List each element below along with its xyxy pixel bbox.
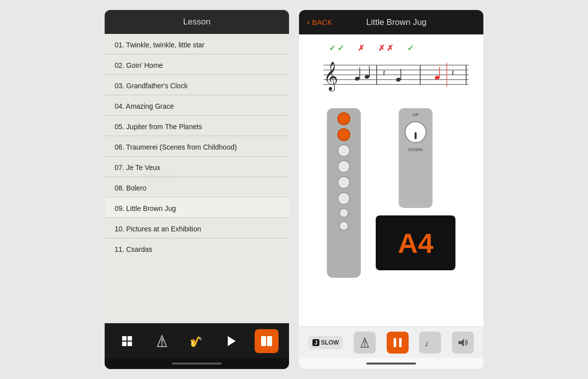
svg-rect-35 (394, 338, 396, 347)
svg-text:♪: ♪ (425, 339, 429, 348)
lesson-item[interactable]: 01. Twinkle, twinkle, little star (105, 34, 289, 54)
music-notes-button[interactable]: ♪ (419, 332, 441, 354)
pitch-knob[interactable] (405, 121, 427, 143)
svg-rect-11 (267, 336, 272, 346)
lesson-item[interactable]: 10. Pictures at an Exhibition (105, 218, 289, 238)
lesson-header: Lesson (105, 10, 289, 34)
header-title: Lesson (183, 17, 211, 26)
metronome-play-button[interactable] (354, 332, 376, 354)
home-indicator-left (105, 358, 289, 369)
play-button[interactable] (220, 329, 244, 353)
lesson-item[interactable]: 05. Jupiter from The Planets (105, 116, 289, 136)
pitch-control: UP DOWN (399, 108, 433, 208)
add-instrument-button[interactable]: 🎷 + (185, 329, 209, 353)
x-3: ✗ (387, 43, 393, 53)
back-label: BACK (312, 18, 332, 26)
svg-text:𝄽: 𝄽 (383, 70, 385, 75)
back-chevron-icon: ‹ (307, 17, 310, 27)
book-button[interactable] (255, 329, 279, 353)
up-label: UP (413, 112, 419, 117)
bottom-toolbar: 🎷 + (105, 323, 289, 358)
metronome-button[interactable] (150, 329, 174, 353)
svg-rect-36 (399, 338, 402, 347)
svg-text:𝄞: 𝄞 (323, 62, 338, 92)
lesson-item[interactable]: 04. Amazing Grace (105, 95, 289, 116)
slow-text: SLOW (321, 339, 339, 346)
home-bar (172, 363, 222, 365)
volume-button[interactable] (452, 332, 474, 354)
svg-rect-1 (128, 336, 132, 341)
knob-indicator (415, 132, 417, 139)
svg-point-26 (396, 77, 401, 82)
lesson-item[interactable]: 11. Csardas (105, 238, 289, 258)
detail-content: ✓ ✓ ✗ ✗ ✗ ✓ (299, 34, 483, 326)
lesson-list: 01. Twinkle, twinkle, little star02. Goi… (105, 34, 289, 323)
check-group-4: ✓ (407, 43, 414, 53)
detail-title: Little Brown Jug (337, 17, 475, 27)
hole-3 (337, 144, 350, 157)
playback-bar: J SLOW ♪ (299, 326, 483, 358)
music-staff-svg: 𝄞 𝄽 (309, 55, 473, 95)
home-bar-right (366, 363, 416, 365)
check-1: ✓ (329, 43, 335, 53)
check-group-3: ✗ ✗ (378, 43, 393, 53)
svg-rect-2 (122, 342, 127, 346)
lesson-list-panel: Lesson 01. Twinkle, twinkle, little star… (105, 10, 289, 369)
instrument-row: UP DOWN A4 (327, 108, 455, 278)
detail-header: ‹ BACK Little Brown Jug (299, 10, 483, 34)
grid-button[interactable] (115, 329, 139, 353)
lesson-item[interactable]: 06. Traumerei (Scenes from Childhood) (105, 136, 289, 157)
hole-8 (339, 221, 349, 231)
hole-4 (337, 160, 350, 173)
hole-6 (337, 192, 350, 205)
check-row: ✓ ✓ ✗ ✗ ✗ ✓ (309, 43, 473, 53)
note-display: A4 (376, 215, 455, 270)
lesson-item[interactable]: 07. Je Te Veux (105, 157, 289, 177)
lesson-item[interactable]: 03. Grandfather's Clock (105, 75, 289, 95)
svg-text:𝄽: 𝄽 (451, 70, 454, 75)
score-area: ✓ ✓ ✗ ✗ ✗ ✓ (306, 39, 476, 101)
svg-marker-38 (458, 339, 464, 347)
lesson-detail-panel: ‹ BACK Little Brown Jug ✓ ✓ ✗ ✗ (299, 10, 483, 369)
recorder-diagram (327, 108, 361, 278)
lesson-items-container: 01. Twinkle, twinkle, little star02. Goi… (105, 34, 289, 258)
svg-point-21 (354, 76, 360, 81)
note-value: A4 (398, 227, 434, 259)
slow-j-label: J (312, 339, 319, 346)
hole-2 (337, 128, 350, 141)
down-label: DOWN (409, 147, 423, 152)
check-group-1: ✓ ✓ (329, 43, 344, 53)
hole-5 (337, 176, 350, 189)
svg-marker-9 (228, 336, 236, 346)
svg-rect-0 (122, 336, 127, 341)
pause-button[interactable] (387, 332, 409, 354)
hole-1 (337, 112, 350, 125)
lesson-item[interactable]: 08. Bolero (105, 177, 289, 197)
svg-rect-10 (261, 336, 266, 346)
home-indicator-right (299, 358, 483, 369)
x-1: ✗ (358, 43, 364, 53)
check-3: ✓ (407, 43, 414, 53)
lesson-item[interactable]: 02. Goin' Home (105, 54, 289, 75)
svg-text:+: + (198, 335, 202, 343)
check-2: ✓ (337, 43, 344, 53)
x-2: ✗ (378, 43, 385, 53)
lesson-item[interactable]: 09. Little Brown Jug (105, 197, 289, 218)
back-button[interactable]: ‹ BACK (307, 17, 332, 27)
svg-rect-3 (128, 342, 132, 346)
check-group-2: ✗ (358, 43, 364, 53)
hole-7 (339, 208, 349, 218)
slow-button[interactable]: J SLOW (308, 336, 343, 349)
